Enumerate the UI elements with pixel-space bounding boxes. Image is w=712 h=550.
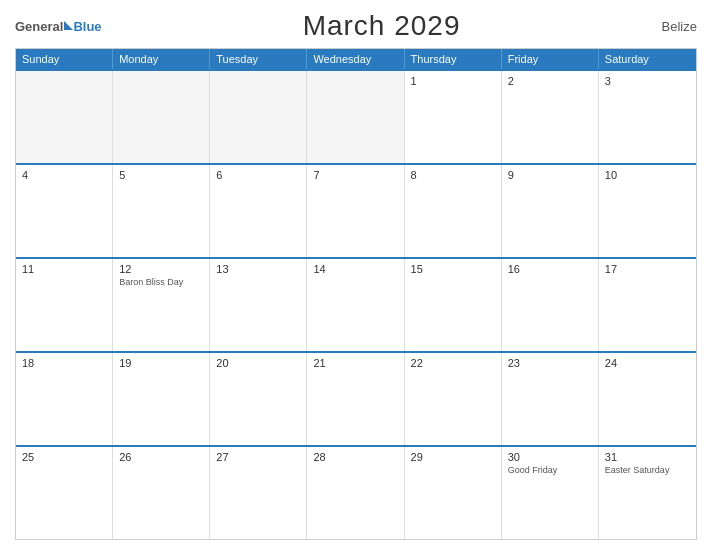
day-number: 31 [605, 451, 690, 463]
day-number: 4 [22, 169, 106, 181]
week-row-3: 1112Baron Bliss Day1314151617 [16, 257, 696, 351]
day-header-tuesday: Tuesday [210, 49, 307, 69]
day-header-monday: Monday [113, 49, 210, 69]
day-header-thursday: Thursday [405, 49, 502, 69]
day-number: 8 [411, 169, 495, 181]
day-cell: 23 [502, 353, 599, 445]
day-number: 22 [411, 357, 495, 369]
day-cell: 10 [599, 165, 696, 257]
day-number: 19 [119, 357, 203, 369]
day-number: 6 [216, 169, 300, 181]
day-number: 27 [216, 451, 300, 463]
day-cell [16, 71, 113, 163]
day-number: 29 [411, 451, 495, 463]
day-number: 30 [508, 451, 592, 463]
week-row-4: 18192021222324 [16, 351, 696, 445]
day-cell: 9 [502, 165, 599, 257]
day-cell: 8 [405, 165, 502, 257]
day-cell: 26 [113, 447, 210, 539]
day-cell: 16 [502, 259, 599, 351]
day-header-saturday: Saturday [599, 49, 696, 69]
day-number: 16 [508, 263, 592, 275]
logo: General Blue [15, 17, 102, 35]
day-number: 14 [313, 263, 397, 275]
day-cell: 3 [599, 71, 696, 163]
day-number: 5 [119, 169, 203, 181]
day-cell: 7 [307, 165, 404, 257]
day-cell: 31Easter Saturday [599, 447, 696, 539]
day-number: 9 [508, 169, 592, 181]
day-cell: 14 [307, 259, 404, 351]
day-cell: 30Good Friday [502, 447, 599, 539]
day-cell: 5 [113, 165, 210, 257]
day-number: 2 [508, 75, 592, 87]
day-header-friday: Friday [502, 49, 599, 69]
day-cell: 17 [599, 259, 696, 351]
day-cell: 11 [16, 259, 113, 351]
weeks-container: 123456789101112Baron Bliss Day1314151617… [16, 69, 696, 539]
day-number: 13 [216, 263, 300, 275]
day-cell: 4 [16, 165, 113, 257]
day-cell: 6 [210, 165, 307, 257]
day-number: 18 [22, 357, 106, 369]
day-number: 17 [605, 263, 690, 275]
day-cell: 13 [210, 259, 307, 351]
day-cell: 25 [16, 447, 113, 539]
day-number: 23 [508, 357, 592, 369]
day-cell: 12Baron Bliss Day [113, 259, 210, 351]
day-number: 15 [411, 263, 495, 275]
day-cell: 28 [307, 447, 404, 539]
day-number: 28 [313, 451, 397, 463]
day-cell: 19 [113, 353, 210, 445]
day-cell: 1 [405, 71, 502, 163]
calendar-header: General Blue March 2029 Belize [15, 10, 697, 42]
day-number: 12 [119, 263, 203, 275]
day-cell [210, 71, 307, 163]
day-number: 24 [605, 357, 690, 369]
day-number: 10 [605, 169, 690, 181]
day-number: 20 [216, 357, 300, 369]
calendar-page: General Blue March 2029 Belize SundayMon… [0, 0, 712, 550]
month-title: March 2029 [303, 10, 461, 42]
day-header-wednesday: Wednesday [307, 49, 404, 69]
day-number: 11 [22, 263, 106, 275]
day-cell: 22 [405, 353, 502, 445]
holiday-label: Baron Bliss Day [119, 277, 203, 289]
holiday-label: Easter Saturday [605, 465, 690, 477]
day-number: 21 [313, 357, 397, 369]
holiday-label: Good Friday [508, 465, 592, 477]
day-header-sunday: Sunday [16, 49, 113, 69]
calendar-grid: SundayMondayTuesdayWednesdayThursdayFrid… [15, 48, 697, 540]
week-row-5: 252627282930Good Friday31Easter Saturday [16, 445, 696, 539]
day-cell: 15 [405, 259, 502, 351]
day-cell: 20 [210, 353, 307, 445]
day-cell: 2 [502, 71, 599, 163]
day-number: 1 [411, 75, 495, 87]
week-row-1: 123 [16, 69, 696, 163]
day-cell [307, 71, 404, 163]
day-cell: 21 [307, 353, 404, 445]
logo-blue: Blue [73, 19, 101, 34]
day-cell: 24 [599, 353, 696, 445]
logo-general: General [15, 19, 63, 34]
day-number: 3 [605, 75, 690, 87]
day-cell: 18 [16, 353, 113, 445]
country-label: Belize [662, 19, 697, 34]
day-cell: 29 [405, 447, 502, 539]
day-cell [113, 71, 210, 163]
day-number: 7 [313, 169, 397, 181]
day-number: 26 [119, 451, 203, 463]
week-row-2: 45678910 [16, 163, 696, 257]
logo-triangle-icon [64, 21, 73, 30]
day-cell: 27 [210, 447, 307, 539]
day-headers-row: SundayMondayTuesdayWednesdayThursdayFrid… [16, 49, 696, 69]
day-number: 25 [22, 451, 106, 463]
